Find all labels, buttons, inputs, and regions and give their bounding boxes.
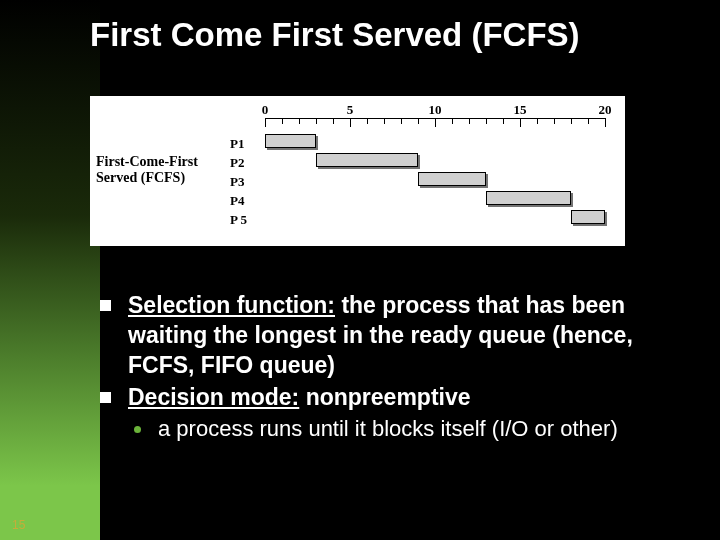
process-labels: P1 P2 P3 P4 P 5 bbox=[230, 134, 247, 229]
axis-tick bbox=[571, 118, 572, 124]
page-number: 15 bbox=[12, 518, 25, 532]
bullet-selection-function: Selection function: the process that has… bbox=[100, 290, 690, 380]
chart-side-label-line2: Served (FCFS) bbox=[96, 170, 226, 186]
tick-label-20: 20 bbox=[599, 102, 612, 118]
axis-tick bbox=[384, 118, 385, 124]
slide-title: First Come First Served (FCFS) bbox=[90, 16, 680, 54]
axis-tick bbox=[469, 118, 470, 124]
gantt-bar-p5 bbox=[571, 210, 605, 224]
axis-tick bbox=[350, 118, 351, 127]
slide: First Come First Served (FCFS) First-Com… bbox=[0, 0, 720, 540]
axis-tick bbox=[316, 118, 317, 124]
gantt-bars bbox=[265, 134, 605, 234]
axis-ticks-row bbox=[265, 118, 605, 128]
tick-label-15: 15 bbox=[514, 102, 527, 118]
axis-tick bbox=[299, 118, 300, 124]
tick-label-10: 10 bbox=[429, 102, 442, 118]
axis-tick bbox=[333, 118, 334, 124]
proc-label-p3: P3 bbox=[230, 172, 247, 191]
proc-label-p2: P2 bbox=[230, 153, 247, 172]
axis-tick bbox=[503, 118, 504, 124]
bullet-decision-mode: Decision mode: nonpreemptive bbox=[100, 382, 690, 412]
axis-tick bbox=[537, 118, 538, 124]
gantt-bar-p4 bbox=[486, 191, 571, 205]
axis-tick bbox=[418, 118, 419, 124]
bullet-lead-2: Decision mode: bbox=[128, 384, 299, 410]
axis-tick bbox=[401, 118, 402, 124]
axis-tick bbox=[605, 118, 606, 127]
bullet-list: Selection function: the process that has… bbox=[100, 290, 690, 444]
gantt-bar-p2 bbox=[316, 153, 418, 167]
axis-tick bbox=[588, 118, 589, 124]
tick-label-0: 0 bbox=[262, 102, 269, 118]
gantt-bar-p3 bbox=[418, 172, 486, 186]
bullet-rest-2: nonpreemptive bbox=[299, 384, 470, 410]
axis-tick bbox=[282, 118, 283, 124]
bullet-lead-1: Selection function: bbox=[128, 292, 335, 318]
bullet-sub-1: a process runs until it blocks itself (I… bbox=[100, 414, 690, 444]
gantt-chart: First-Come-First Served (FCFS) 0 5 10 15… bbox=[90, 96, 625, 246]
axis-tick bbox=[265, 118, 266, 127]
axis-tick bbox=[435, 118, 436, 127]
axis-tick bbox=[452, 118, 453, 124]
chart-side-label-line1: First-Come-First bbox=[96, 154, 226, 170]
proc-label-p1: P1 bbox=[230, 134, 247, 153]
tick-label-5: 5 bbox=[347, 102, 354, 118]
axis-tick bbox=[520, 118, 521, 127]
gantt-bar-p1 bbox=[265, 134, 316, 148]
axis-tick bbox=[554, 118, 555, 124]
proc-label-p5: P 5 bbox=[230, 210, 247, 229]
chart-side-label: First-Come-First Served (FCFS) bbox=[96, 154, 226, 186]
axis-tick bbox=[367, 118, 368, 124]
proc-label-p4: P4 bbox=[230, 191, 247, 210]
axis-tick bbox=[486, 118, 487, 124]
